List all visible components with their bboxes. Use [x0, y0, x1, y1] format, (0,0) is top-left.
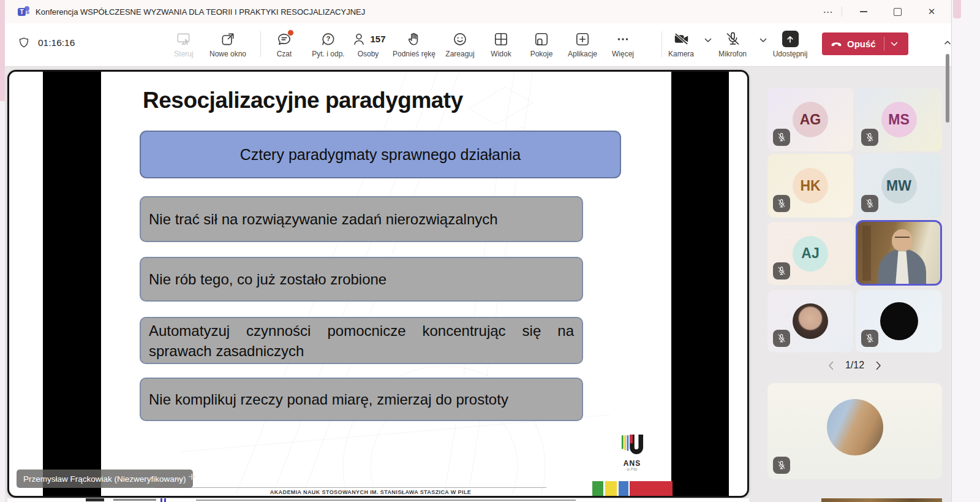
avatar-photo [880, 302, 918, 340]
zoom-in-button[interactable]: + [188, 470, 195, 484]
slide-footer-line [154, 487, 546, 488]
svg-text:?: ? [326, 35, 331, 42]
avatar: HK [793, 168, 828, 203]
share-screen-icon [782, 31, 799, 47]
logo-subtext: w Pile [612, 467, 652, 472]
react-button[interactable]: Zareaguj [439, 31, 481, 58]
meeting-timer: 01:16:16 [17, 36, 75, 50]
color-bar-yellow [605, 481, 617, 497]
participant-tile-wide[interactable] [767, 383, 942, 479]
shared-screen-stage: Resocjalizacyjne paradygmaty Cztery para… [7, 70, 749, 498]
participant-tile[interactable]: MW [856, 154, 942, 218]
avatar: MS [881, 102, 917, 137]
ellipsis-icon [615, 31, 631, 47]
paradigm-box-1: Nie trać sił na rozwiązywanie zadań nier… [140, 196, 583, 242]
raise-hand-button[interactable]: Podnieś rękę [383, 31, 445, 58]
smiley-icon [452, 31, 469, 47]
zoom-out-button[interactable]: – [176, 472, 182, 485]
mic-muted-icon [773, 195, 790, 212]
pillarbox-right [671, 72, 729, 496]
close-button[interactable]: ✕ [919, 0, 944, 23]
hang-up-icon [830, 37, 843, 50]
pillarbox-left [43, 72, 101, 496]
chat-notification-dot [287, 29, 294, 36]
participant-tile[interactable]: AJ [767, 222, 853, 285]
window-more-button[interactable]: ⋯ [818, 0, 839, 23]
mic-muted-icon [861, 330, 878, 347]
chat-icon [276, 31, 293, 47]
background-window-edge-left [0, 0, 5, 101]
remote-control-icon [176, 31, 192, 47]
page-previous-button[interactable] [827, 360, 835, 371]
active-speaker-video-tile[interactable] [856, 220, 942, 286]
color-bar-blue [619, 481, 628, 497]
avatar-photo [827, 399, 883, 455]
paradigm-box-3: Automatyzuj czynności pomocnicze koncent… [140, 317, 583, 364]
breakout-rooms-icon [533, 31, 550, 47]
background-window-edge-top-right [953, 0, 961, 18]
slide-footer-text: AKADEMIA NAUK STOSOWANYCH IM. STANISŁAWA… [196, 489, 545, 495]
color-bar-red [630, 481, 673, 497]
camera-options-chevron[interactable] [704, 38, 712, 43]
more-button[interactable]: Więcej [604, 31, 642, 58]
page-next-button[interactable] [874, 360, 883, 371]
panel-scrollbar[interactable] [946, 54, 949, 123]
mic-muted-icon [773, 457, 790, 474]
titlebar-divider [842, 7, 842, 17]
participant-tile[interactable]: HK [767, 154, 853, 218]
presenter-name-label: Przemysław Frąckowiak (Niezweryfikowany) [17, 470, 193, 488]
color-bar-green [592, 481, 603, 497]
participant-tile[interactable]: MS [856, 88, 942, 151]
question-answer-icon: ? [320, 31, 337, 47]
mic-off-icon [725, 31, 741, 47]
rooms-button[interactable]: Pokoje [522, 31, 561, 58]
slide-title: Resocjalizacyjne paradygmaty [143, 88, 463, 113]
cutoff-video-tile [821, 498, 942, 502]
grid-view-icon [493, 31, 510, 47]
shield-icon [17, 36, 31, 50]
minimize-button[interactable] [851, 0, 876, 23]
timer-value: 01:16:16 [38, 37, 75, 48]
mic-muted-icon [773, 262, 790, 280]
qa-button[interactable]: ? Pyt. i odp. [304, 31, 353, 58]
avatar: AG [793, 102, 828, 137]
control-button-steruj[interactable]: Steruj [160, 31, 207, 58]
chat-button[interactable]: Czat [265, 31, 304, 58]
new-window-button[interactable]: Nowe okno [203, 31, 252, 58]
mic-muted-icon [773, 129, 790, 146]
desktop-edge-right [951, 0, 980, 502]
participant-tile[interactable] [767, 290, 853, 352]
camera-off-icon [673, 31, 690, 47]
microphone-button[interactable]: Mikrofon [712, 31, 753, 58]
leave-button[interactable]: Opuść [822, 32, 908, 55]
mic-muted-icon [861, 195, 878, 212]
university-logo: ANS w Pile [612, 435, 652, 472]
people-icon [350, 31, 367, 47]
new-window-icon [220, 31, 236, 47]
maximize-button[interactable] [885, 0, 910, 23]
paradigm-box-2: Nie rób tego, co już zostało zrobione [140, 257, 583, 302]
avatar: AJ [793, 236, 828, 272]
slide-header-box: Cztery paradygmaty sprawnego działania [140, 131, 621, 178]
participant-tile[interactable]: AG [767, 88, 853, 151]
logo-text: ANS [612, 460, 652, 467]
share-button[interactable]: Udostępnij [769, 31, 811, 58]
avatar-photo [793, 303, 828, 339]
participant-tile[interactable] [856, 290, 942, 352]
mic-muted-icon [861, 129, 878, 146]
apps-plus-icon [575, 31, 591, 47]
scroll-up-chevron[interactable] [944, 40, 951, 45]
window-title: Konferencja WSPÓŁCZESNE WYZWANIA DLA TEO… [36, 7, 365, 17]
teams-logo-icon: T [18, 6, 30, 17]
participants-pagination: 1/12 [807, 357, 902, 373]
avatar: MW [881, 168, 917, 203]
view-button[interactable]: Widok [481, 31, 521, 58]
raise-hand-icon [406, 31, 423, 47]
toolbar-divider [260, 31, 261, 57]
camera-button[interactable]: Kamera [660, 31, 702, 58]
apps-button[interactable]: Aplikacje [561, 31, 604, 58]
microphone-options-chevron[interactable] [760, 38, 767, 43]
leave-options-chevron[interactable] [891, 42, 898, 47]
leave-label: Opuść [847, 39, 876, 49]
teams-meeting-window: T Konferencja WSPÓŁCZESNE WYZWANIA DLA T… [0, 0, 980, 502]
